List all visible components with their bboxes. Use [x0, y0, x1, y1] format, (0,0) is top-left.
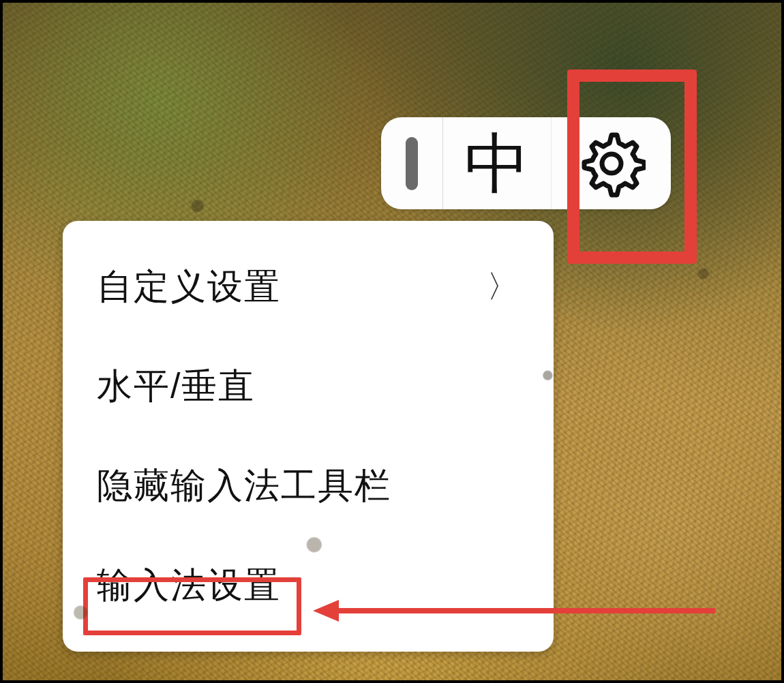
- chevron-right-icon: 〉: [487, 266, 519, 308]
- ime-settings-button[interactable]: [552, 117, 671, 209]
- desktop-background: 中 自定义设置 〉 水平/垂直 隐藏输入法工具栏 输入法设置: [0, 0, 784, 683]
- menu-item-ime-settings[interactable]: 输入法设置: [63, 536, 554, 635]
- svg-point-0: [602, 154, 621, 173]
- ime-language-toggle[interactable]: 中: [442, 117, 552, 209]
- menu-item-label: 水平/垂直: [97, 363, 255, 410]
- menu-item-label: 隐藏输入法工具栏: [97, 462, 391, 510]
- menu-item-hide-toolbar[interactable]: 隐藏输入法工具栏: [63, 436, 554, 536]
- drag-grip-icon: [406, 137, 418, 190]
- ime-drag-handle[interactable]: [381, 117, 442, 209]
- language-indicator-label: 中: [464, 131, 530, 196]
- ime-context-menu: 自定义设置 〉 水平/垂直 隐藏输入法工具栏 输入法设置: [63, 221, 554, 652]
- menu-item-custom-settings[interactable]: 自定义设置 〉: [63, 237, 554, 337]
- ime-toolbar: 中: [381, 117, 671, 209]
- menu-item-orientation[interactable]: 水平/垂直: [63, 337, 554, 436]
- menu-item-label: 自定义设置: [97, 263, 281, 311]
- menu-item-label: 输入法设置: [97, 562, 281, 609]
- gear-icon: [577, 130, 646, 198]
